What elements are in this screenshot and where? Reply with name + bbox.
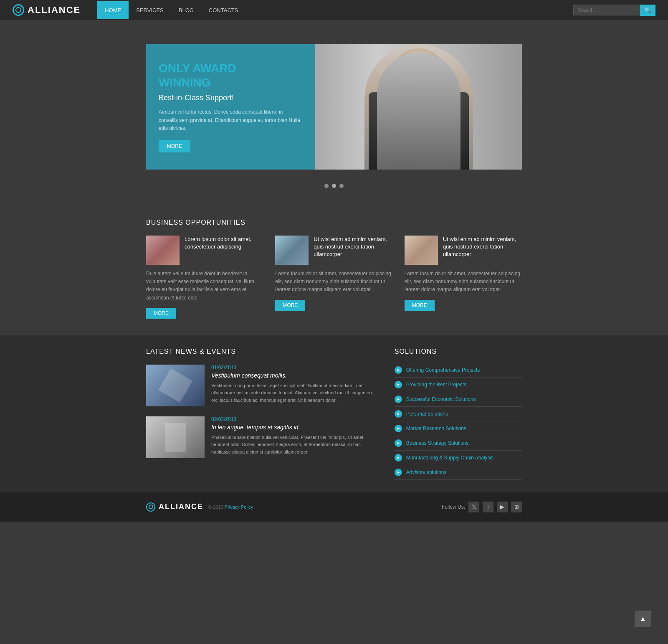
navbar: ALLIANCE HOME SERVICES BLOG CONTACTS 🔍 [0, 0, 668, 20]
follow-us-label: Follow Us: [442, 504, 465, 510]
solution-item-2: Successful Economic Solutions [395, 392, 522, 407]
solution-item-6: Manufacturing & Supply Chain Analysis [395, 451, 522, 465]
biz-image-1 [275, 236, 309, 265]
news-body-0: Vestibulum non purus tellus, eget suscip… [211, 382, 378, 404]
nav-blog[interactable]: BLOG [171, 1, 201, 19]
biz-more-2[interactable]: MORE [405, 300, 435, 311]
nav-services[interactable]: SERVICES [129, 1, 171, 19]
news-item-1: 02/03/2013 In leo augue, tempus at sagit… [146, 416, 378, 458]
biz-image-0 [146, 236, 180, 265]
facebook-button[interactable]: f [483, 502, 493, 512]
footer-logo-icon [146, 502, 155, 512]
solution-item-1: Providing the Best Projects [395, 378, 522, 392]
youtube-button[interactable]: ▶ [497, 502, 508, 512]
nav-links: HOME SERVICES BLOG CONTACTS [97, 1, 245, 19]
business-section-title: BUSINESS OPPORTUNITIES [146, 219, 522, 226]
business-grid: Lorem ipsum dolor sit amet, consectetuer… [146, 236, 522, 319]
biz-title-0: Lorem ipsum dolor sit amet, consectetuer… [185, 236, 263, 251]
biz-item-2: Ut wisi enim ad minim veniam, quis nostr… [405, 236, 522, 319]
two-col-layout: LATEST NEWS & EVENTS 01/02/2013 Vestibul… [146, 348, 522, 480]
solution-icon-7 [395, 469, 402, 476]
biz-item-0: Lorem ipsum dolor sit amet, consectetuer… [146, 236, 263, 319]
biz-body-1: Lorem Ipsum dolor sit amet, consectetuer… [275, 270, 392, 294]
business-section: BUSINESS OPPORTUNITIES Lorem ipsum dolor… [0, 206, 668, 335]
news-column: LATEST NEWS & EVENTS 01/02/2013 Vestibul… [146, 348, 378, 480]
logo-icon [13, 4, 24, 16]
solution-icon-2 [395, 396, 402, 403]
hero-image [315, 44, 522, 170]
news-image-1 [146, 416, 205, 458]
search-button[interactable]: 🔍 [640, 5, 655, 16]
nav-logo: ALLIANCE [13, 4, 81, 16]
solution-icon-3 [395, 410, 402, 418]
footer-inner: ALLIANCE © 2013 Privacy Policy Follow Us… [138, 502, 530, 512]
solution-link-6[interactable]: Manufacturing & Supply Chain Analysis [406, 455, 493, 461]
news-image-0 [146, 365, 205, 406]
twitter-button[interactable]: 𝕏 [468, 502, 479, 512]
solution-link-7[interactable]: Advisory solutions [406, 469, 447, 475]
hero-text: ONLY AWARD WINNING Best-in-Class Support… [146, 44, 315, 170]
footer: ALLIANCE © 2013 Privacy Policy Follow Us… [0, 492, 668, 522]
footer-left: ALLIANCE © 2013 Privacy Policy [146, 502, 253, 512]
solution-item-0: Offering Comprehensive Projects [395, 363, 522, 378]
solutions-section-title: SOLUTIONS [395, 348, 522, 355]
footer-logo-text: ALLIANCE [159, 502, 203, 511]
footer-logo: ALLIANCE [146, 502, 203, 512]
solution-item-3: Personal Solutions [395, 407, 522, 421]
solution-item-7: Advisory solutions [395, 465, 522, 480]
hero-dot-2[interactable] [332, 184, 336, 188]
solutions-column: SOLUTIONS Offering Comprehensive Project… [395, 348, 522, 480]
nav-home[interactable]: HOME [97, 1, 129, 19]
biz-title-2: Ut wisi enim ad minim veniam, quis nostr… [443, 236, 522, 259]
nav-contacts[interactable]: CONTACTS [201, 1, 246, 19]
biz-image-2 [405, 236, 438, 265]
hero-dot-3[interactable] [339, 184, 344, 188]
solution-icon-0 [395, 366, 402, 374]
hero-subheadline: Best-in-Class Support! [159, 94, 303, 102]
hero-cta-button[interactable]: MORE [159, 140, 190, 152]
news-title-1: In leo augue, tempus at sagittis id. [211, 424, 378, 431]
biz-title-1: Ut wisi enim ad minim veniam, quis nostr… [314, 236, 392, 259]
solution-icon-4 [395, 425, 402, 432]
solution-icon-1 [395, 381, 402, 388]
biz-item-1: Ut wisi enim ad minim veniam, quis nostr… [275, 236, 392, 319]
solution-icon-5 [395, 439, 402, 447]
news-item-0: 01/02/2013 Vestibulum consequat mollis. … [146, 365, 378, 406]
solution-link-5[interactable]: Business Strategy Solutions [406, 440, 468, 446]
rss-button[interactable]: ⊞ [511, 502, 522, 512]
hero-headline: ONLY AWARD WINNING [159, 61, 303, 89]
biz-body-2: Lorem Ipsum dolor sit amet, consectetuer… [405, 270, 522, 294]
biz-more-0[interactable]: MORE [146, 308, 176, 319]
solution-link-3[interactable]: Personal Solutions [406, 411, 448, 417]
solution-link-0[interactable]: Offering Comprehensive Projects [406, 367, 480, 373]
news-body-1: Phasellus ornare blandit nulla vel vehic… [211, 434, 378, 456]
nav-search: 🔍 [573, 5, 655, 16]
hero-dot-1[interactable] [324, 184, 329, 188]
news-content-1: 02/03/2013 In leo augue, tempus at sagit… [211, 416, 378, 458]
news-date-1: 02/03/2013 [211, 416, 378, 422]
search-input[interactable] [573, 5, 640, 15]
news-solutions-section: LATEST NEWS & EVENTS 01/02/2013 Vestibul… [0, 335, 668, 492]
solution-item-5: Business Strategy Solutions [395, 436, 522, 451]
hero-section: ONLY AWARD WINNING Best-in-Class Support… [146, 44, 522, 170]
biz-more-1[interactable]: MORE [275, 300, 305, 311]
solution-link-4[interactable]: Market Research Solutions [406, 426, 466, 431]
hero-body: Aenean vel tortor lectus. Donec soda con… [159, 108, 303, 132]
footer-social: Follow Us: 𝕏 f ▶ ⊞ [442, 502, 522, 512]
solution-link-1[interactable]: Providing the Best Projects [406, 382, 466, 388]
news-content-0: 01/02/2013 Vestibulum consequat mollis. … [211, 365, 378, 406]
news-title-0: Vestibulum consequat mollis. [211, 372, 378, 379]
footer-copy: © 2013 Privacy Policy [208, 505, 253, 510]
privacy-policy-link[interactable]: Privacy Policy [225, 505, 253, 510]
news-date-0: 01/02/2013 [211, 365, 378, 370]
logo-text: ALLIANCE [28, 5, 81, 15]
solution-item-4: Market Research Solutions [395, 421, 522, 436]
solution-icon-6 [395, 454, 402, 461]
news-section-title: LATEST NEWS & EVENTS [146, 348, 378, 355]
solution-link-2[interactable]: Successful Economic Solutions [406, 396, 476, 402]
biz-body-0: Duis autem vel eum iriure dolor in hendr… [146, 270, 263, 302]
hero-dots [138, 178, 530, 198]
hero-person-image [315, 44, 522, 170]
